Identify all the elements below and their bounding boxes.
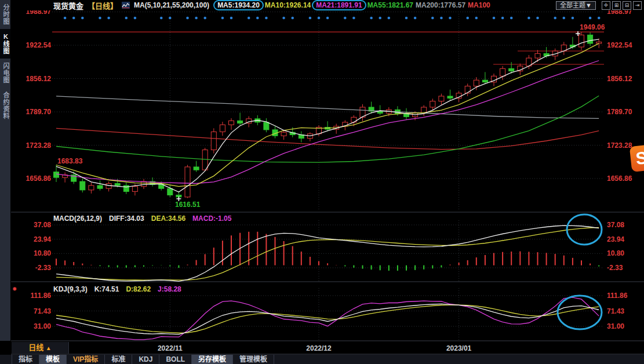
- svg-text:2022/12: 2022/12: [306, 344, 332, 352]
- period-button-label: 日线: [28, 343, 43, 352]
- ma-value-2: MA21:1891.91: [312, 0, 366, 10]
- ma-values-row: MA5:1934.20MA10:1926.14MA21:1891.91MA55:…: [213, 1, 492, 9]
- instrument-name: 现货黄金: [53, 0, 83, 11]
- sidebar-item-2[interactable]: 闪电图: [0, 59, 10, 88]
- tab-2[interactable]: VIP指标: [67, 355, 105, 364]
- period-tag: 【日线】: [88, 0, 118, 11]
- svg-text:10.80: 10.80: [34, 249, 51, 257]
- theme-dropdown[interactable]: 全部主题▼: [556, 1, 596, 10]
- macd-hist-value: MACD:-1.05: [192, 214, 231, 223]
- macd-params: MACD(26,12,9): [53, 214, 102, 223]
- svg-text:111.86: 111.86: [607, 292, 628, 300]
- ma-formula: MA(5,10,21,55,200,100): [134, 1, 209, 9]
- kdj-j-value: J:58.28: [158, 285, 181, 293]
- ma-value-0: MA5:1934.20: [213, 0, 264, 10]
- ma-value-5: MA100: [467, 1, 492, 9]
- svg-text:1616.51: 1616.51: [175, 201, 201, 209]
- mini-chart-icon[interactable]: [122, 2, 130, 9]
- sidebar-item-1[interactable]: K线图: [0, 29, 10, 59]
- sidebar-item-0[interactable]: 分时图: [0, 0, 10, 29]
- macd-diff-value: DIFF:34.03: [109, 214, 144, 223]
- macd-dea-value: DEA:34.56: [151, 214, 185, 223]
- ma-value-3: MA55:1821.67: [366, 1, 414, 9]
- svg-text:1789.70: 1789.70: [607, 108, 632, 116]
- svg-text:31.00: 31.00: [34, 322, 51, 330]
- svg-text:37.08: 37.08: [34, 221, 51, 229]
- chart-header: 现货黄金 【日线】 MA(5,10,21,55,200,100) MA5:193…: [10, 0, 644, 10]
- kdj-params: KDJ(9,3,3): [53, 285, 88, 293]
- tab-4[interactable]: KDJ: [132, 355, 159, 364]
- tab-7[interactable]: 管理模板: [233, 355, 274, 364]
- s-widget-label: S: [635, 148, 644, 168]
- svg-text:2023/01: 2023/01: [446, 344, 472, 352]
- tab-3[interactable]: 标准: [105, 355, 132, 364]
- svg-text:1856.12: 1856.12: [26, 75, 52, 83]
- kdj-k-value: K:74.51: [94, 285, 119, 293]
- kdj-header: KDJ(9,3,3) K:74.51 D:82.62 J:58.28: [53, 285, 181, 293]
- chart-type-sidebar: 分时图K线图闪电图合约资料: [0, 0, 10, 341]
- tab-0[interactable]: 指标: [12, 355, 39, 364]
- grid-layout-icon[interactable]: ⊞: [612, 1, 621, 10]
- svg-text:23.94: 23.94: [607, 235, 624, 243]
- sidebar-item-3[interactable]: 合约资料: [0, 88, 10, 123]
- svg-text:71.43: 71.43: [607, 307, 624, 315]
- svg-text:1922.54: 1922.54: [607, 41, 632, 49]
- tab-1[interactable]: 模板: [39, 355, 67, 364]
- tab-5[interactable]: BOLL: [159, 355, 192, 364]
- svg-text:1789.70: 1789.70: [26, 108, 52, 116]
- svg-text:1723.28: 1723.28: [607, 141, 632, 150]
- header-icon-group: ✛⊞⊟⇥: [600, 1, 642, 10]
- kdj-panel-settings-icon[interactable]: ✹: [12, 286, 17, 292]
- period-button[interactable]: 日线 ▲: [12, 342, 69, 354]
- chevron-up-icon: ▲: [46, 345, 52, 351]
- ma-value-4: MA200:1776.57: [414, 1, 467, 9]
- svg-text:1922.54: 1922.54: [26, 41, 52, 49]
- chart-canvas[interactable]: 1988.971988.971922.541922.541856.121856.…: [0, 0, 644, 364]
- svg-text:111.86: 111.86: [31, 292, 52, 300]
- ma-value-1: MA10:1926.14: [264, 1, 312, 9]
- svg-text:1723.28: 1723.28: [26, 141, 52, 150]
- svg-text:-2.33: -2.33: [607, 264, 623, 272]
- svg-text:23.94: 23.94: [34, 235, 51, 243]
- svg-text:71.43: 71.43: [34, 307, 51, 315]
- collapse-right-icon[interactable]: ⇥: [633, 1, 642, 10]
- svg-text:37.08: 37.08: [607, 221, 624, 229]
- svg-text:1683.83: 1683.83: [57, 157, 83, 165]
- svg-text:1656.86: 1656.86: [607, 174, 632, 183]
- svg-text:31.00: 31.00: [607, 322, 624, 330]
- floating-s-widget[interactable]: S: [630, 144, 644, 172]
- trading-app-window: 1988.971988.971922.541922.541856.121856.…: [0, 0, 644, 364]
- svg-text:10.80: 10.80: [607, 249, 624, 257]
- svg-text:1856.12: 1856.12: [607, 75, 632, 83]
- macd-header: MACD(26,12,9) DIFF:34.03 DEA:34.56 MACD:…: [53, 214, 231, 223]
- svg-text:1656.86: 1656.86: [26, 174, 52, 183]
- svg-text:-2.33: -2.33: [35, 264, 52, 272]
- kdj-d-value: D:82.62: [126, 285, 151, 293]
- svg-text:2022/11: 2022/11: [158, 344, 183, 352]
- tab-6[interactable]: 另存模板: [192, 355, 233, 364]
- pan-tool-icon[interactable]: ✛: [602, 1, 610, 10]
- indicator-tabbar: 指标模板VIP指标标准KDJBOLL另存模板管理模板: [0, 355, 644, 364]
- split-pane-icon[interactable]: ⊟: [623, 1, 631, 10]
- svg-text:1949.06: 1949.06: [580, 23, 605, 31]
